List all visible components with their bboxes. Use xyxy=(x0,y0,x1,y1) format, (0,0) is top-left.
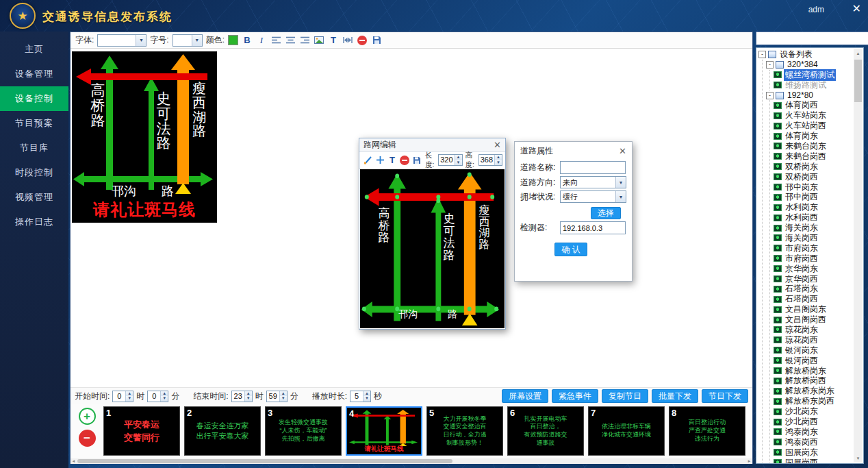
action-button[interactable]: 屏幕设置 xyxy=(502,389,548,403)
move-tool-icon[interactable] xyxy=(374,154,385,167)
device-tree-item[interactable]: 石塔岗西 xyxy=(774,294,852,304)
text-tool-button[interactable]: T xyxy=(328,34,339,47)
action-button[interactable]: 紧急事件 xyxy=(552,389,598,403)
align-left-icon[interactable] xyxy=(270,34,281,47)
step-down-icon[interactable]: ▼ xyxy=(495,160,502,166)
window-close-icon[interactable]: ✕ xyxy=(852,3,861,14)
close-icon[interactable]: ✕ xyxy=(619,147,626,156)
vertical-scrollbar[interactable]: ▲ ▼ xyxy=(854,49,863,463)
sidebar-item[interactable]: 节目库 xyxy=(0,136,68,160)
step-up-icon[interactable]: ▲ xyxy=(126,391,133,397)
horizontal-scrollbar[interactable]: ◄ ► xyxy=(71,458,752,464)
device-tree-item[interactable]: 来鹤台岗西 xyxy=(774,151,852,162)
step-up-icon[interactable]: ▲ xyxy=(280,391,287,397)
add-item-button[interactable]: + xyxy=(79,408,96,425)
device-tree-item[interactable]: 石塔岗东 xyxy=(774,284,852,294)
device-tree-item[interactable]: 火车站岗西 xyxy=(774,121,852,131)
sidebar-item[interactable]: 时段控制 xyxy=(0,160,68,185)
scroll-right-icon[interactable]: ► xyxy=(746,458,752,464)
device-tree-item[interactable]: 银河岗东 xyxy=(774,345,852,356)
device-tree-item[interactable]: 银河岗西 xyxy=(774,356,852,366)
line-tool-icon[interactable] xyxy=(362,154,373,167)
font-select[interactable]: ▼ xyxy=(97,34,146,47)
road-name-input[interactable] xyxy=(560,161,626,174)
tree-group-label[interactable]: 192*80 xyxy=(786,90,815,100)
action-button[interactable]: 节目下发 xyxy=(702,389,748,403)
color-swatch[interactable] xyxy=(228,35,238,45)
sidebar-item[interactable]: 主页 xyxy=(0,37,68,62)
device-tree-item[interactable]: 海关岗东 xyxy=(774,223,852,233)
device-tree-item[interactable]: 京华岗东 xyxy=(774,264,852,274)
device-tree-item[interactable]: 邗中岗东 xyxy=(774,182,852,193)
bold-button[interactable]: B xyxy=(242,34,253,47)
device-tree-item[interactable]: 水利岗东 xyxy=(774,202,852,212)
device-tree-item[interactable]: 鸿泰岗西 xyxy=(774,437,852,447)
align-right-icon[interactable] xyxy=(299,34,310,47)
sidebar-item[interactable]: 操作日志 xyxy=(0,210,68,234)
edit-canvas-area[interactable]: 高桥路 史可法路 瘦西湖路 邗沟 路 请礼让斑马线 路网编辑 ✕ xyxy=(71,49,752,387)
scroll-up-icon[interactable]: ▲ xyxy=(854,49,863,58)
delete-button[interactable] xyxy=(357,34,368,47)
device-tree-item[interactable]: 市府岗西 xyxy=(774,254,852,264)
device-tree-item[interactable]: 来鹤台岗东 xyxy=(774,141,852,151)
sidebar-item[interactable]: 设备管理 xyxy=(0,62,68,86)
device-tree-item[interactable]: 解放桥东岗东 xyxy=(774,386,852,396)
step-up-icon[interactable]: ▲ xyxy=(455,155,462,160)
action-button[interactable]: 批量下发 xyxy=(652,389,698,403)
device-tree-item[interactable]: 维扬路测试 xyxy=(774,80,852,90)
congestion-select[interactable]: 缓行▼ xyxy=(560,190,626,203)
device-tree-item[interactable]: 螺丝湾桥测试 xyxy=(774,70,852,80)
device-tree-item[interactable]: 双桥岗西 xyxy=(774,172,852,182)
step-up-icon[interactable]: ▲ xyxy=(161,391,168,397)
device-tree-item[interactable]: 双桥岗东 xyxy=(774,162,852,172)
close-icon[interactable]: ✕ xyxy=(494,140,501,149)
device-tree-item[interactable]: 水利岗西 xyxy=(774,212,852,223)
device-tree-item[interactable]: 琼花岗西 xyxy=(774,335,852,345)
start-hour-stepper[interactable]: 0▲▼ xyxy=(112,391,133,402)
device-tree-item[interactable]: 体育岗东 xyxy=(774,131,852,141)
delete-tool-icon[interactable] xyxy=(399,154,410,167)
device-tree-item[interactable]: 体育岗西 xyxy=(774,100,852,110)
device-tree-item[interactable]: 琼花岗东 xyxy=(774,325,852,335)
device-name[interactable]: 维扬路测试 xyxy=(784,79,828,91)
start-minute-stepper[interactable]: 0▲▼ xyxy=(147,391,168,402)
playlist-item[interactable]: 8 百日整治行动严查严处交通违法行为 xyxy=(669,406,745,456)
device-tree-item[interactable]: 国展岗东 xyxy=(774,447,852,458)
device-tree-item[interactable]: 沙北岗西 xyxy=(774,417,852,427)
select-button[interactable]: 选择 xyxy=(591,207,621,219)
device-tree-item[interactable]: 文昌阁岗东 xyxy=(774,304,852,315)
action-button[interactable]: 复制节目 xyxy=(602,389,648,403)
step-down-icon[interactable]: ▼ xyxy=(280,396,287,402)
road-direction-select[interactable]: 来向▼ xyxy=(560,176,626,188)
playlist-item-selected[interactable]: 4 请礼让斑马线 xyxy=(346,406,422,456)
remove-item-button[interactable]: − xyxy=(79,430,96,447)
end-hour-stepper[interactable]: 23▲▼ xyxy=(231,391,253,402)
step-down-icon[interactable]: ▼ xyxy=(126,396,133,402)
scroll-left-icon[interactable]: ◄ xyxy=(71,458,77,464)
step-up-icon[interactable]: ▲ xyxy=(363,391,370,397)
scrollbar-thumb[interactable] xyxy=(854,60,862,102)
device-tree-item[interactable]: 沙北岗东 xyxy=(774,406,852,417)
step-down-icon[interactable]: ▼ xyxy=(245,396,252,402)
sidebar-item[interactable]: 设备控制 xyxy=(0,86,68,111)
step-down-icon[interactable]: ▼ xyxy=(161,396,168,402)
tree-root-label[interactable]: 设备列表 xyxy=(778,49,814,60)
detector-input[interactable] xyxy=(560,221,626,234)
collapse-icon[interactable]: - xyxy=(766,92,774,99)
font-size-select[interactable]: ▼ xyxy=(173,34,203,47)
align-center-icon[interactable] xyxy=(285,34,296,47)
device-tree-item[interactable]: 解放桥东岗西 xyxy=(774,396,852,406)
device-name[interactable]: 国展岗西 xyxy=(784,457,819,464)
save-icon[interactable] xyxy=(371,34,382,47)
device-tree-item[interactable]: 鸿泰岗东 xyxy=(774,427,852,437)
scroll-down-icon[interactable]: ▼ xyxy=(854,454,863,463)
device-tree-item[interactable]: 文昌阁岗西 xyxy=(774,315,852,325)
playlist-item[interactable]: 1 平安春运交警同行 xyxy=(103,406,180,456)
step-down-icon[interactable]: ▼ xyxy=(455,160,462,166)
sign-preview[interactable]: 高桥路 史可法路 瘦西湖路 邗沟 路 请礼让斑马线 xyxy=(72,51,217,223)
height-stepper[interactable]: 368▲▼ xyxy=(478,154,502,166)
step-down-icon[interactable]: ▼ xyxy=(363,396,370,402)
italic-button[interactable]: I xyxy=(256,34,267,47)
playlist-item[interactable]: 3 发生轻微交通事故“人未伤，车能动”先拍照，后撤离 xyxy=(265,406,342,456)
device-search-input[interactable] xyxy=(756,32,868,45)
